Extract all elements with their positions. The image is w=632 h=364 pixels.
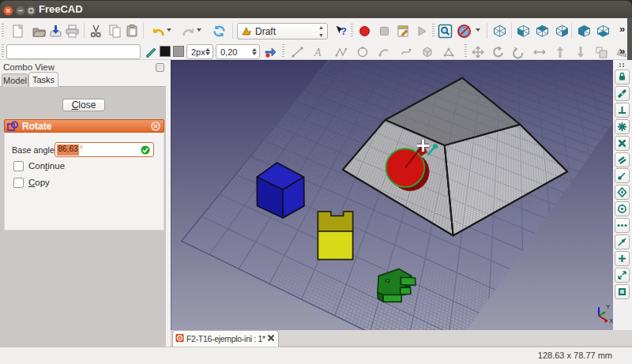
svg-text:?: ? (340, 25, 347, 37)
svg-text:A: A (314, 47, 322, 58)
svg-text:Y: Y (606, 303, 611, 310)
